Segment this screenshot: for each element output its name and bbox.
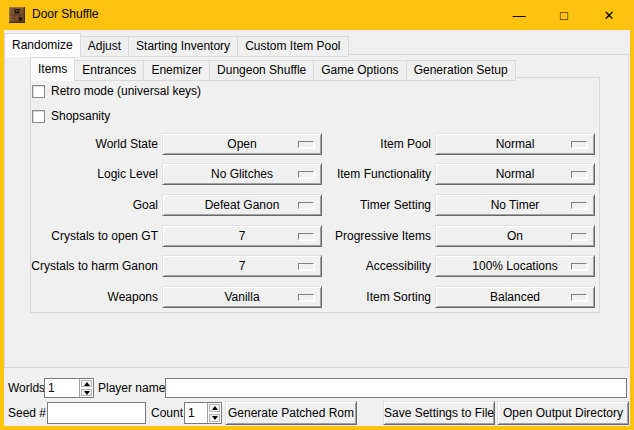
dropdown-value: On xyxy=(507,229,523,243)
minimize-button[interactable]: — xyxy=(504,0,534,30)
option-row: Goal Defeat Ganon Timer Setting No Timer xyxy=(30,194,600,216)
seed-label: Seed # xyxy=(8,403,46,423)
item-functionality-dropdown[interactable]: Normal xyxy=(435,163,595,185)
tab-game-options[interactable]: Game Options xyxy=(313,60,406,81)
dropdown-value: Normal xyxy=(496,167,535,181)
item-functionality-label: Item Functionality xyxy=(270,163,431,185)
tab-starting-inventory[interactable]: Starting Inventory xyxy=(128,36,238,57)
option-row: Logic Level No Glitches Item Functionali… xyxy=(30,163,600,185)
window-body: Randomize Adjust Starting Inventory Cust… xyxy=(4,30,630,426)
option-row: Crystals to harm Ganon 7 Accessibility 1… xyxy=(30,255,600,277)
tab-generation-setup[interactable]: Generation Setup xyxy=(406,60,516,81)
retro-mode-label: Retro mode (universal keys) xyxy=(51,84,201,98)
dropdown-value: No Timer xyxy=(491,198,540,212)
dropdown-value: Open xyxy=(227,137,256,151)
count-spinner[interactable] xyxy=(184,402,222,424)
dropdown-value: Defeat Ganon xyxy=(205,198,280,212)
tab-entrances[interactable]: Entrances xyxy=(74,60,144,81)
timer-setting-label: Timer Setting xyxy=(270,194,431,216)
accessibility-label: Accessibility xyxy=(270,255,431,277)
dropdown-value: 100% Locations xyxy=(472,259,557,273)
dropdown-indicator-icon xyxy=(571,294,587,301)
goal-label: Goal xyxy=(30,194,158,216)
spinner-arrows xyxy=(79,379,93,397)
timer-setting-dropdown[interactable]: No Timer xyxy=(435,194,595,216)
close-button[interactable]: ✕ xyxy=(594,0,624,30)
shopsanity-label: Shopsanity xyxy=(51,109,110,123)
count-label: Count xyxy=(151,403,183,423)
weapons-label: Weapons xyxy=(30,286,158,308)
dropdown-indicator-icon xyxy=(571,202,587,209)
tab-dungeon-shuffle[interactable]: Dungeon Shuffle xyxy=(209,60,314,81)
arrow-up-icon xyxy=(212,406,218,410)
dropdown-indicator-icon xyxy=(571,233,587,240)
dropdown-indicator-icon xyxy=(571,171,587,178)
option-row: Weapons Vanilla Item Sorting Balanced xyxy=(30,286,600,308)
open-output-directory-button[interactable]: Open Output Directory xyxy=(497,401,629,425)
spin-down-button[interactable] xyxy=(209,414,220,422)
tab-adjust[interactable]: Adjust xyxy=(80,36,129,57)
tab-items[interactable]: Items xyxy=(30,57,75,81)
spin-up-button[interactable] xyxy=(81,380,92,387)
count-input[interactable] xyxy=(185,403,207,423)
logic-level-label: Logic Level xyxy=(30,163,158,185)
item-sorting-dropdown[interactable]: Balanced xyxy=(435,286,595,308)
tab-custom-item-pool[interactable]: Custom Item Pool xyxy=(237,36,348,57)
dropdown-value: No Glitches xyxy=(211,167,273,181)
worlds-input[interactable] xyxy=(45,379,79,397)
dropdown-indicator-icon xyxy=(571,141,587,148)
player-names-label: Player names xyxy=(98,378,171,398)
progressive-items-dropdown[interactable]: On xyxy=(435,225,595,247)
arrow-down-icon xyxy=(212,416,218,420)
door-icon xyxy=(9,7,25,23)
item-pool-dropdown[interactable]: Normal xyxy=(435,133,595,155)
window-title: Door Shuffle xyxy=(32,7,99,21)
option-row: Crystals to open GT 7 Progressive Items … xyxy=(30,225,600,247)
checkbox-icon[interactable] xyxy=(32,110,45,123)
item-pool-label: Item Pool xyxy=(270,133,431,155)
sub-tab-bar: Items Entrances Enemizer Dungeon Shuffle… xyxy=(30,57,516,81)
spinner-arrows xyxy=(207,403,221,423)
main-tab-bar: Randomize Adjust Starting Inventory Cust… xyxy=(4,33,349,57)
crystals-gt-label: Crystals to open GT xyxy=(30,225,158,247)
maximize-button[interactable]: □ xyxy=(549,0,579,30)
generate-patched-rom-button[interactable]: Generate Patched Rom xyxy=(225,401,357,425)
accessibility-dropdown[interactable]: 100% Locations xyxy=(435,255,595,277)
option-row: World State Open Item Pool Normal xyxy=(30,133,600,155)
dropdown-value: Balanced xyxy=(490,290,540,304)
save-settings-button[interactable]: Save Settings to File xyxy=(383,401,495,425)
spin-down-button[interactable] xyxy=(81,389,92,396)
item-sorting-label: Item Sorting xyxy=(270,286,431,308)
dropdown-value: 7 xyxy=(239,259,246,273)
seed-input[interactable] xyxy=(47,402,146,424)
arrow-up-icon xyxy=(84,382,90,386)
retro-mode-checkbox[interactable]: Retro mode (universal keys) xyxy=(32,84,201,98)
checkbox-icon[interactable] xyxy=(32,85,45,98)
progressive-items-label: Progressive Items xyxy=(270,225,431,247)
worlds-spinner[interactable] xyxy=(44,378,94,398)
dropdown-value: Vanilla xyxy=(224,290,259,304)
spin-up-button[interactable] xyxy=(209,404,220,412)
player-names-input[interactable] xyxy=(165,378,627,398)
arrow-down-icon xyxy=(84,391,90,395)
tab-enemizer[interactable]: Enemizer xyxy=(143,60,210,81)
world-state-label: World State xyxy=(30,133,158,155)
dropdown-indicator-icon xyxy=(571,263,587,270)
title-bar: Door Shuffle — □ ✕ xyxy=(0,0,634,30)
app-window: Door Shuffle — □ ✕ Randomize Adjust Star… xyxy=(0,0,634,430)
dropdown-value: 7 xyxy=(239,229,246,243)
crystals-ganon-label: Crystals to harm Ganon xyxy=(30,255,158,277)
shopsanity-checkbox[interactable]: Shopsanity xyxy=(32,109,110,123)
dropdown-value: Normal xyxy=(496,137,535,151)
worlds-label: Worlds xyxy=(8,378,45,398)
tab-randomize[interactable]: Randomize xyxy=(4,33,81,57)
